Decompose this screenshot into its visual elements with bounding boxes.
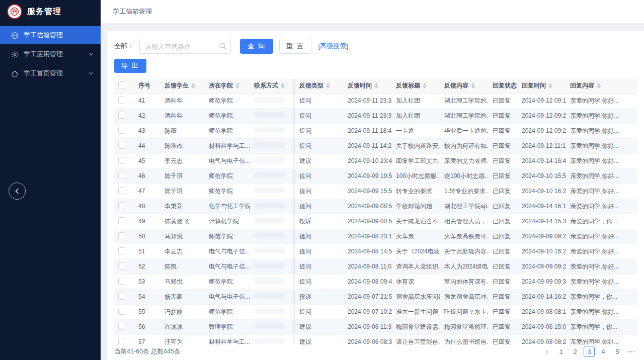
row-checkbox[interactable] <box>118 172 125 179</box>
cell-serial: 48 <box>134 199 160 214</box>
row-checkbox[interactable] <box>118 142 125 149</box>
query-button[interactable]: 查 询 <box>240 39 273 54</box>
search-input[interactable] <box>139 39 231 54</box>
select-all-checkbox[interactable] <box>118 81 125 88</box>
row-checkbox[interactable] <box>118 293 125 300</box>
cell-serial: 47 <box>134 184 160 199</box>
cell-rcontent: 亲爱的同学,你好... <box>566 244 637 259</box>
column-header[interactable]: 反馈标题 <box>392 79 440 93</box>
column-header[interactable]: 反馈时间 <box>344 79 392 93</box>
row-checkbox[interactable] <box>118 278 125 285</box>
cell-ftitle: 梅园食堂建设需... <box>392 319 440 334</box>
column-header[interactable]: 所在学院 <box>205 79 250 93</box>
cell-ftime: 2024-09-08 14:5... <box>344 244 392 259</box>
pagination-prev-button[interactable]: ‹ <box>541 346 552 357</box>
row-checkbox[interactable] <box>118 112 125 119</box>
reset-button[interactable]: 重 置 <box>279 39 311 54</box>
sort-icon[interactable] <box>326 83 330 88</box>
cell-rstatus: 已回复 <box>489 334 518 344</box>
cell-rstatus: 已回复 <box>489 93 518 108</box>
cell-rtime: 2024-09-09 09:2... <box>518 229 566 244</box>
cell-rtime: 2024-09-12 09:2... <box>518 123 566 138</box>
chat-icon <box>11 32 19 39</box>
row-checkbox-cell <box>114 274 134 289</box>
cell-ftime: 2024-09-11 23:3... <box>344 108 392 123</box>
cell-student: 陈凯 <box>160 259 205 274</box>
redacted-contact <box>254 112 285 118</box>
sort-icon[interactable] <box>281 83 285 88</box>
cell-type: 提问 <box>295 304 344 319</box>
cell-rcontent: 亲爱的同学,你好... <box>566 304 637 319</box>
cell-ftitle: 请让自习室能自... <box>392 334 440 344</box>
sort-icon[interactable] <box>374 83 378 88</box>
row-checkbox[interactable] <box>118 127 125 134</box>
cell-rcontent: 亲爱的同学,你好... <box>566 184 637 199</box>
column-header[interactable]: 反馈类型 <box>295 79 344 93</box>
cell-student: 洒科年 <box>160 93 205 108</box>
cell-student: 李秉育 <box>160 199 205 214</box>
column-header[interactable]: 反馈内容 <box>440 79 489 93</box>
cell-type: 提问 <box>295 93 344 108</box>
export-button[interactable]: 导 出 <box>114 59 146 73</box>
sidebar-item-2[interactable]: 学工应用管理 <box>0 45 101 63</box>
row-checkbox[interactable] <box>118 97 125 104</box>
cell-rstatus: 已回复 <box>489 108 518 123</box>
row-checkbox[interactable] <box>118 232 125 239</box>
home-icon <box>11 70 19 77</box>
cell-contact <box>250 153 295 168</box>
pagination-ellipsis[interactable]: ••• <box>626 346 637 357</box>
cell-contact <box>250 108 295 123</box>
column-header[interactable]: 反馈学生 <box>160 79 205 93</box>
column-header[interactable]: 回复时间 <box>518 79 566 93</box>
pagination-page-5[interactable]: 5 <box>612 346 623 357</box>
filter-type-select[interactable]: 全部 ∨ <box>114 42 132 51</box>
cell-college: 师范学院 <box>205 274 250 289</box>
cell-contact <box>250 244 295 259</box>
pagination-page-2[interactable]: 2 <box>570 346 581 357</box>
cell-ftime: 2024-09-07 21:5... <box>344 289 392 304</box>
pagination-page-4[interactable]: 4 <box>598 346 609 357</box>
sort-icon[interactable] <box>191 83 195 88</box>
cell-rtime: 2024-09-09 09:3... <box>518 274 566 289</box>
row-checkbox[interactable] <box>118 323 125 330</box>
column-header[interactable]: 回复内容 <box>566 79 637 93</box>
app-title: 服务管理 <box>27 7 61 17</box>
sidebar-item-label: 学工信箱管理 <box>24 31 94 40</box>
sort-icon[interactable] <box>597 83 601 88</box>
sort-icon[interactable] <box>471 83 475 88</box>
cell-ftitle: 加入社团 <box>392 93 440 108</box>
sidebar-item-1[interactable]: 学工信箱管理 <box>0 26 101 44</box>
cell-ftitle: 回复学工部艾力... <box>392 153 440 168</box>
row-checkbox[interactable] <box>118 262 125 269</box>
cell-contact <box>250 138 295 153</box>
sort-icon[interactable] <box>423 83 427 88</box>
row-checkbox[interactable] <box>118 202 125 209</box>
row-checkbox[interactable] <box>118 308 125 315</box>
cell-serial: 55 <box>134 304 160 319</box>
row-checkbox[interactable] <box>118 247 125 254</box>
content-card: 全部 ∨ 查 询 重 置 [高级搜索] 导 出 序号反馈学生所在学院联系方式反馈… <box>107 31 644 360</box>
row-checkbox[interactable] <box>118 157 125 164</box>
column-header-label: 反馈内容 <box>444 81 468 90</box>
pagination-page-1[interactable]: 1 <box>555 346 567 357</box>
cell-fcontent: 湖北理工学院的... <box>440 93 489 108</box>
advanced-search-link[interactable]: [高级搜索] <box>318 42 348 51</box>
sidebar-item-3[interactable]: 学工首页管理 <box>0 64 101 82</box>
row-checkbox[interactable] <box>118 217 125 224</box>
column-header[interactable]: 联系方式 <box>250 79 295 93</box>
row-checkbox[interactable] <box>118 338 125 345</box>
cell-type: 提问 <box>295 274 344 289</box>
sort-icon[interactable] <box>235 83 239 88</box>
cell-serial: 43 <box>134 123 160 138</box>
row-checkbox[interactable] <box>118 187 125 194</box>
sort-icon[interactable] <box>548 83 552 88</box>
cell-student: 马郑悦 <box>160 274 205 289</box>
column-header-label: 反馈时间 <box>348 81 372 90</box>
cell-serial: 57 <box>134 334 160 344</box>
pagination-page-3[interactable]: 3 <box>584 346 595 357</box>
cell-type: 建议 <box>295 334 344 344</box>
column-header-label: 联系方式 <box>254 81 278 90</box>
row-checkbox-cell <box>114 304 134 319</box>
sidebar-collapse-button[interactable] <box>9 183 26 200</box>
column-header[interactable]: 回复状态 <box>489 79 518 93</box>
